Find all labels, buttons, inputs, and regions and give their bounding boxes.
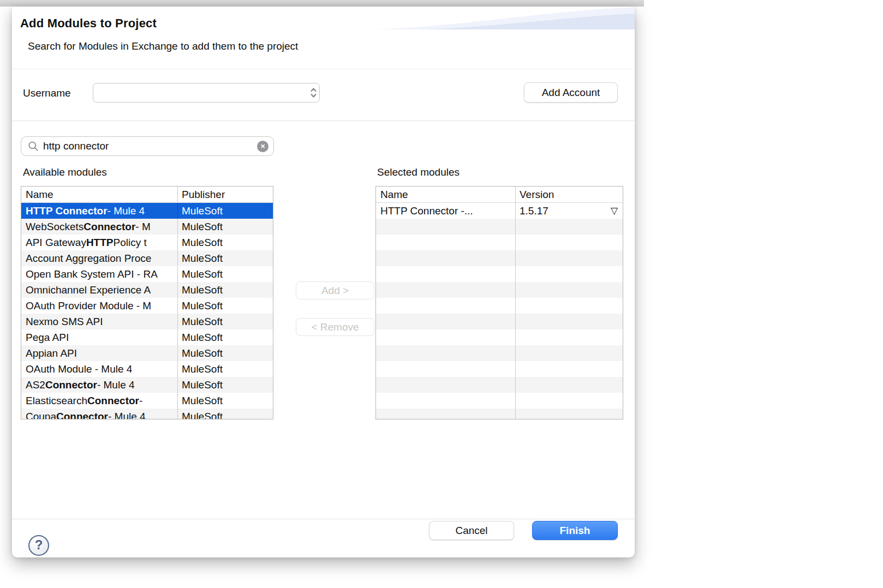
add-module-button[interactable]: Add > (296, 281, 374, 299)
account-section-separator (12, 121, 635, 121)
combo-stepper-icon[interactable] (307, 87, 319, 99)
available-module-row[interactable]: API Gateway HTTP Policy tMuleSoft (21, 235, 273, 250)
empty-name-cell (376, 219, 516, 235)
available-module-row[interactable]: AS2 Connector - Mule 4MuleSoft (21, 377, 273, 393)
selected-modules-table: Name Version HTTP Connector -...1.5.17▽ (375, 186, 623, 419)
empty-name-cell (376, 393, 516, 409)
available-module-row[interactable]: Nexmo SMS APIMuleSoft (21, 314, 273, 329)
empty-version-cell (516, 250, 623, 266)
clear-search-icon[interactable]: ✕ (257, 141, 269, 152)
empty-name-cell (376, 345, 516, 361)
available-module-row[interactable]: OAuth Provider Module - MMuleSoft (21, 298, 273, 314)
selected-table-header: Name Version (376, 187, 623, 203)
module-publisher-cell: MuleSoft (178, 361, 273, 377)
module-publisher-cell: MuleSoft (178, 219, 273, 235)
module-name-cell: Appian API (21, 345, 178, 361)
search-icon (28, 141, 39, 152)
empty-name-cell (376, 282, 516, 298)
empty-table-row (376, 298, 623, 314)
username-input[interactable] (93, 87, 307, 99)
column-header-name[interactable]: Name (21, 187, 178, 202)
finish-button[interactable]: Finish (532, 521, 618, 540)
module-publisher-cell: MuleSoft (178, 282, 273, 298)
available-table-body: HTTP Connector - Mule 4MuleSoftWebSocket… (21, 203, 273, 419)
empty-version-cell (516, 345, 623, 361)
empty-name-cell (376, 250, 516, 266)
module-name-cell: HTTP Connector -... (376, 203, 516, 219)
empty-version-cell (516, 266, 623, 282)
module-publisher-cell: MuleSoft (178, 314, 273, 329)
available-module-row[interactable]: Omnichannel Experience AMuleSoft (21, 282, 273, 298)
version-value: 1.5.17 (520, 205, 548, 217)
column-header-version[interactable]: Version (516, 187, 623, 202)
module-name-cell: Nexmo SMS API (21, 314, 178, 329)
dialog-title: Add Modules to Project (20, 16, 157, 31)
empty-table-row (376, 377, 623, 393)
available-modules-table: Name Publisher HTTP Connector - Mule 4Mu… (21, 186, 273, 419)
available-module-row[interactable]: Account Aggregation ProceMuleSoft (21, 250, 273, 266)
empty-name-cell (376, 298, 516, 314)
available-module-row[interactable]: Open Bank System API - RAMuleSoft (21, 266, 273, 282)
empty-name-cell (376, 235, 516, 250)
empty-name-cell (376, 266, 516, 282)
module-name-cell: Account Aggregation Proce (21, 250, 178, 266)
module-version-cell: 1.5.17▽ (516, 203, 623, 219)
module-search-box[interactable]: ✕ (21, 136, 274, 156)
column-header-name[interactable]: Name (376, 187, 516, 202)
available-module-row[interactable]: OAuth Module - Mule 4MuleSoft (21, 361, 273, 377)
module-name-cell: Coupa Connector - Mule 4 (21, 409, 178, 419)
module-name-cell: HTTP Connector - Mule 4 (21, 203, 178, 219)
cancel-button[interactable]: Cancel (429, 521, 514, 540)
empty-table-row (376, 314, 623, 329)
username-label: Username (23, 87, 71, 99)
module-name-cell: Omnichannel Experience A (21, 282, 178, 298)
window-titlebar-edge (0, 0, 644, 7)
remove-module-button[interactable]: < Remove (296, 318, 374, 336)
available-module-row[interactable]: HTTP Connector - Mule 4MuleSoft (21, 203, 273, 219)
empty-name-cell (376, 377, 516, 393)
help-icon[interactable]: ? (28, 535, 49, 556)
module-publisher-cell: MuleSoft (178, 250, 273, 266)
module-name-cell: OAuth Provider Module - M (21, 298, 178, 314)
module-publisher-cell: MuleSoft (178, 203, 273, 219)
module-publisher-cell: MuleSoft (178, 235, 273, 250)
empty-version-cell (516, 282, 623, 298)
available-module-row[interactable]: Coupa Connector - Mule 4MuleSoft (21, 409, 273, 419)
available-modules-heading: Available modules (23, 166, 107, 178)
module-publisher-cell: MuleSoft (178, 266, 273, 282)
available-module-row[interactable]: Elasticsearch Connector -MuleSoft (21, 393, 273, 409)
empty-version-cell (516, 409, 623, 419)
empty-name-cell (376, 329, 516, 345)
empty-table-row (376, 409, 623, 419)
footer-separator (12, 519, 635, 519)
empty-table-row (376, 329, 623, 345)
selected-module-row[interactable]: HTTP Connector -...1.5.17▽ (376, 203, 623, 219)
banner-swoosh-decoration (373, 7, 635, 31)
username-combobox[interactable] (93, 83, 320, 103)
module-name-cell: WebSockets Connector - M (21, 219, 178, 235)
available-module-row[interactable]: WebSockets Connector - MMuleSoft (21, 219, 273, 235)
version-dropdown-icon[interactable]: ▽ (611, 206, 618, 215)
selected-modules-heading: Selected modules (377, 166, 460, 178)
module-name-cell: API Gateway HTTP Policy t (21, 235, 178, 250)
empty-name-cell (376, 314, 516, 329)
add-account-button[interactable]: Add Account (524, 82, 618, 103)
module-publisher-cell: MuleSoft (178, 377, 273, 393)
available-module-row[interactable]: Pega APIMuleSoft (21, 329, 273, 345)
empty-name-cell (376, 361, 516, 377)
module-publisher-cell: MuleSoft (178, 409, 273, 419)
available-module-row[interactable]: Appian APIMuleSoft (21, 345, 273, 361)
empty-version-cell (516, 361, 623, 377)
empty-version-cell (516, 219, 623, 235)
empty-table-row (376, 282, 623, 298)
module-publisher-cell: MuleSoft (178, 393, 273, 409)
header-separator (12, 69, 635, 69)
empty-version-cell (516, 298, 623, 314)
module-name-cell: AS2 Connector - Mule 4 (21, 377, 178, 393)
column-header-publisher[interactable]: Publisher (178, 187, 273, 202)
selected-table-body: HTTP Connector -...1.5.17▽ (376, 203, 623, 419)
empty-version-cell (516, 314, 623, 329)
search-input[interactable] (39, 140, 257, 153)
empty-version-cell (516, 329, 623, 345)
module-name-cell: Open Bank System API - RA (21, 266, 178, 282)
